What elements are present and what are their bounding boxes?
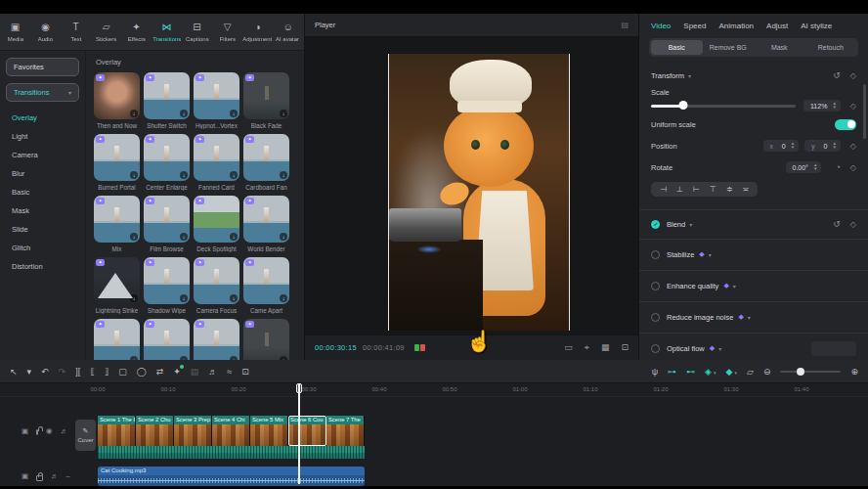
video-preview[interactable] (388, 54, 570, 331)
toolbar-item-audio[interactable]: ◉Audio (30, 14, 61, 50)
blend-keyframe-icon[interactable]: ◇ (850, 220, 856, 229)
uniform-scale-toggle[interactable] (835, 119, 856, 130)
subtab-remove-bg[interactable]: Remove BG (703, 40, 755, 55)
toolbar-item-text[interactable]: TText (61, 14, 91, 50)
tab-speed[interactable]: Speed (683, 22, 706, 30)
timeline-ruler[interactable]: 00:0000:1000:2000:3000:4000:5001:0001:10… (0, 383, 868, 397)
redo-icon[interactable]: ↷ (59, 367, 66, 377)
timeline-clip-scene-1-the-e[interactable]: Scene 1 The E (98, 416, 136, 446)
extract-audio-icon[interactable]: ≈ (227, 367, 232, 377)
subtab-basic[interactable]: Basic (651, 40, 703, 55)
fullscreen-icon[interactable]: ⊡ (621, 342, 629, 353)
rotate-dial-icon[interactable]: ◔ (835, 162, 840, 172)
timeline-clip-scene-2-chu[interactable]: Scene 2 Chu (136, 416, 174, 446)
transition-card-black-fade[interactable]: ✦↓Black Fade (243, 72, 289, 134)
favorites-button[interactable]: Favorites (6, 58, 79, 76)
position-x-stepper[interactable]: ▲▼ (791, 142, 795, 150)
subtab-mask[interactable]: Mask (754, 40, 805, 55)
reduce-noise-checkbox[interactable] (651, 313, 660, 322)
transition-card-shutter-switch[interactable]: ✦↓Shutter Switch (144, 72, 190, 134)
select-tool-icon[interactable]: ↖ (10, 367, 18, 377)
mask-icon[interactable]: ◯ (137, 367, 147, 377)
align-bottom-icon[interactable]: ≍ (743, 185, 750, 194)
more-icon[interactable]: – (66, 472, 70, 480)
blend-checkbox[interactable] (651, 220, 660, 229)
scale-slider[interactable] (651, 101, 796, 111)
transition-card-item[interactable]: ✦↓ (94, 319, 140, 360)
align-left-icon[interactable]: ⊣ (660, 185, 667, 194)
enhance-expand-icon[interactable]: ▾ (733, 283, 736, 289)
tab-animation[interactable]: Animation (718, 22, 754, 30)
reduce-noise-expand-icon[interactable]: ▾ (748, 314, 751, 321)
trim-right-icon[interactable]: ⟧ (105, 367, 108, 377)
undo-icon[interactable]: ↶ (41, 367, 49, 377)
blend-expand-icon[interactable]: ▾ (689, 221, 692, 228)
transition-card-shadow-wipe[interactable]: ✦↓Shadow Wipe (144, 257, 190, 319)
voiceover-mic-icon[interactable]: ψ (652, 367, 658, 377)
hide-icon[interactable]: ◉ (46, 427, 53, 435)
marker-in-icon[interactable]: ⊶ (668, 367, 676, 377)
sidebar-item-blur[interactable]: Blur (6, 164, 79, 183)
toolbar-item-filters[interactable]: ▽Filters (212, 14, 242, 50)
tab-ai-stylize[interactable]: AI stylize (801, 22, 832, 30)
transform-keyframe-icon[interactable]: ◇ (850, 71, 856, 80)
sidebar-item-glitch[interactable]: Glitch (6, 239, 79, 257)
transition-card-came-apart[interactable]: ✦↓Came Apart (243, 257, 289, 319)
reset-transform-icon[interactable]: ↺ (833, 70, 841, 80)
sidebar-item-slide[interactable]: Slide (6, 220, 79, 239)
sidebar-item-mask[interactable]: Mask (6, 201, 79, 220)
clip-audio-waveform[interactable] (98, 446, 365, 459)
track-options-icon[interactable]: ▣ (22, 472, 28, 480)
transition-card-cardboard-fan[interactable]: ✦↓Cardboard Fan (243, 134, 289, 196)
transition-card-burned-portal[interactable]: ✦↓Burned Portal (94, 134, 140, 196)
optical-flow-expand-icon[interactable]: ▾ (718, 345, 721, 352)
transition-card-hypnot-vortex[interactable]: ✦↓Hypnot...Vortex (194, 72, 239, 134)
playhead[interactable] (298, 383, 300, 484)
position-x-box[interactable]: x 0 ▲▼ (763, 140, 800, 152)
zoom-out-icon[interactable]: ⊖ (763, 367, 771, 377)
toolbar-item-effects[interactable]: ✦Effects (121, 14, 152, 50)
focus-icon[interactable]: ⌖ (585, 342, 589, 353)
transition-card-then-and-now[interactable]: ✦↓Then and Now (94, 72, 140, 134)
transition-card-mix[interactable]: ✦↓Mix (94, 196, 140, 257)
select-tool-dropdown-icon[interactable]: ▾ (27, 367, 32, 377)
timeline-clip-scene-7-the[interactable]: Scene 7 The (326, 416, 365, 446)
align-center-h-icon[interactable]: ⊥ (676, 185, 683, 194)
align-right-icon[interactable]: ⊢ (693, 185, 700, 194)
toolbar-item-captions[interactable]: ⊟Captions (182, 14, 212, 50)
sidebar-item-camera[interactable]: Camera (6, 146, 79, 164)
transition-card-deck-spotlight[interactable]: ✦↓Deck Spotlight (194, 196, 239, 257)
scale-keyframe-icon[interactable]: ◇ (850, 102, 856, 111)
toolbar-item-transitions[interactable]: ⋈Transitions (152, 14, 182, 50)
lock-icon[interactable] (36, 475, 43, 481)
toolbar-item-media[interactable]: ▣Media (0, 14, 30, 50)
transition-card-item[interactable]: ✦↓ (144, 319, 190, 360)
transition-card-item[interactable]: ✦↓ (194, 319, 239, 360)
position-y-stepper[interactable]: ▲▼ (832, 142, 836, 150)
preview-window-icon[interactable]: ▱ (747, 367, 754, 377)
transitions-group-button[interactable]: Transitions▾ (6, 83, 79, 102)
timeline-clip-scene-3-prep[interactable]: Scene 3 Prep (174, 416, 212, 446)
toolbar-item-adjustment[interactable]: ◑Adjustment (242, 14, 273, 50)
rotate-keyframe-icon[interactable]: ◇ (850, 163, 856, 172)
sidebar-item-distortion[interactable]: Distortion (6, 257, 79, 276)
toolbar-item-stickers[interactable]: ▱Stickers (91, 14, 121, 50)
mute-icon[interactable]: ♬ (51, 472, 59, 480)
enhance-quality-checkbox[interactable] (651, 282, 660, 290)
crop-icon[interactable]: ▢ (118, 367, 127, 377)
sidebar-item-overlay[interactable]: Overlay (6, 109, 79, 127)
transition-card-item[interactable]: ✦↓ (243, 319, 289, 360)
reset-blend-icon[interactable]: ↺ (833, 219, 841, 229)
screen-expand-icon[interactable]: ⊡ (241, 367, 249, 377)
position-keyframe-icon[interactable]: ◇ (850, 142, 856, 151)
zoom-slider-knob[interactable] (797, 368, 804, 376)
split-icon[interactable]: ][ (75, 367, 80, 377)
tab-video[interactable]: Video (651, 22, 671, 30)
marker-menu-icon[interactable]: ◆▾ (726, 367, 737, 377)
keyframe-menu-icon[interactable]: ◈▾ (705, 367, 716, 377)
tab-adjust[interactable]: Adjust (766, 22, 788, 30)
smart-tool-icon[interactable]: ✦ (173, 367, 181, 377)
zoom-in-icon[interactable]: ⊕ (850, 367, 858, 377)
stabilize-expand-icon[interactable]: ▾ (709, 251, 712, 258)
timeline-clip-scene-6-cou[interactable]: Scene 6 Cou (288, 416, 326, 446)
